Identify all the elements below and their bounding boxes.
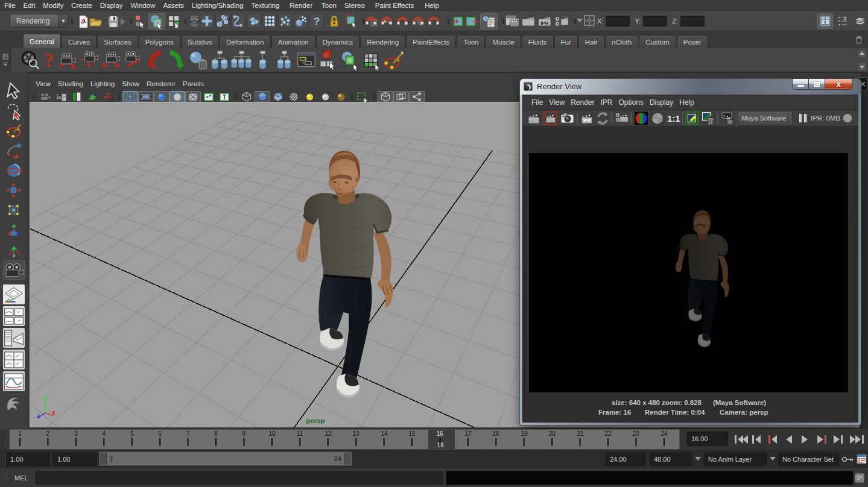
svg-text:7: 7 (186, 430, 190, 437)
svg-text:IPR: IPR (540, 20, 549, 26)
svg-text:1:1: 1:1 (667, 113, 680, 124)
svg-text:19: 19 (521, 430, 528, 437)
svg-text:22: 22 (604, 430, 612, 437)
svg-text:y: y (43, 394, 47, 400)
svg-text:2: 2 (46, 430, 49, 437)
svg-text:6: 6 (158, 430, 162, 437)
svg-text:?: ? (314, 16, 320, 27)
svg-text:15: 15 (408, 430, 416, 437)
svg-text:14: 14 (381, 430, 388, 437)
svg-text:17: 17 (464, 430, 472, 437)
svg-text:3: 3 (74, 430, 78, 437)
svg-text:8: 8 (214, 430, 218, 437)
svg-text:21: 21 (577, 430, 584, 437)
svg-text:10: 10 (268, 430, 276, 437)
svg-text:z: z (37, 413, 40, 419)
svg-text:IPR: IPR (583, 119, 591, 123)
svg-text:24: 24 (661, 430, 668, 437)
svg-text:4: 4 (102, 430, 106, 437)
svg-text:18: 18 (492, 430, 499, 437)
svg-text:1: 1 (18, 430, 22, 437)
svg-text:persp: persp (306, 417, 325, 424)
svg-text:x: x (52, 409, 55, 416)
svg-text:#: # (723, 115, 725, 118)
svg-text:5: 5 (130, 430, 134, 437)
svg-text:23: 23 (632, 430, 639, 437)
svg-text:16: 16 (436, 430, 443, 437)
svg-text:9: 9 (242, 430, 246, 437)
svg-text:13: 13 (352, 430, 360, 437)
svg-text:20: 20 (548, 430, 556, 437)
svg-text:T: T (223, 93, 227, 100)
svg-text:12: 12 (325, 430, 332, 437)
svg-text:?: ? (44, 50, 54, 70)
svg-text:11: 11 (297, 430, 303, 437)
